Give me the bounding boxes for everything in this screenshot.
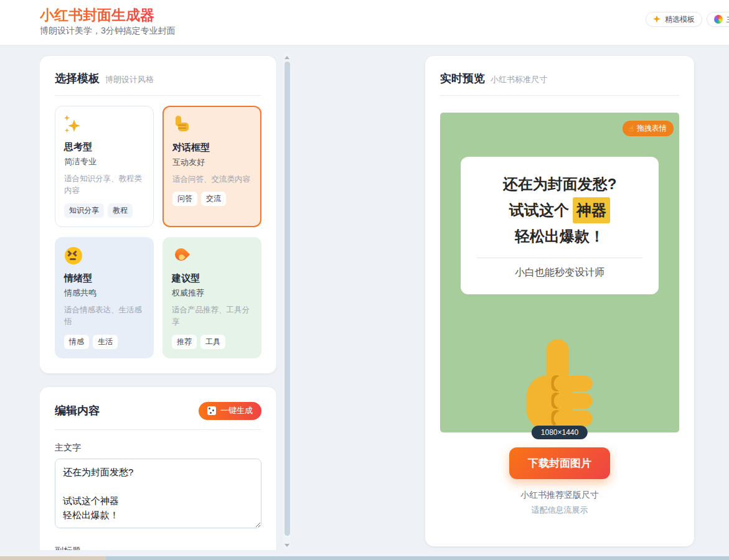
- drag-emoji-badge: ☝ 拖拽表情: [623, 121, 674, 136]
- download-cover-button[interactable]: 下载封面图片: [509, 447, 610, 479]
- template-tagline: 简洁专业: [64, 156, 144, 167]
- template-name: 情绪型: [64, 273, 144, 284]
- cover-size-badge: 1080×1440: [532, 426, 588, 439]
- one-click-generate-button[interactable]: 一键生成: [199, 402, 261, 420]
- featured-templates-label: 精选模板: [665, 14, 695, 25]
- template-name: 对话框型: [172, 142, 252, 154]
- template-name: 建议型: [172, 273, 252, 284]
- template-tag: 问答: [172, 192, 197, 206]
- template-tagline: 互动友好: [172, 157, 252, 168]
- cover-highlight-word: 神器: [573, 197, 610, 223]
- sparkles-icon: [64, 115, 83, 134]
- dice-icon: [207, 406, 216, 415]
- template-panel: 选择模板 博朗设计风格 思考型 简洁专业 适合知识分享、教程类内容 知识分享 教…: [40, 56, 276, 373]
- editor-panel-title: 编辑内容: [55, 403, 100, 418]
- scroll-down-arrow-icon[interactable]: [285, 544, 289, 547]
- main-text-label: 主文字: [55, 442, 261, 454]
- theme-badge[interactable]: 主: [707, 12, 729, 27]
- divider: [55, 95, 261, 96]
- preview-panel-title: 实时预览: [440, 71, 485, 86]
- scroll-up-arrow-icon[interactable]: [285, 56, 289, 59]
- pointing-hand-icon: ☝: [629, 125, 634, 133]
- page-subtitle: 博朗设计美学，3分钟搞定专业封面: [40, 26, 176, 37]
- featured-templates-badge[interactable]: 精选模板: [646, 12, 702, 27]
- template-tag: 情感: [64, 335, 89, 349]
- thumbs-up-icon: [172, 116, 191, 134]
- cover-line-3: 轻松出爆款！: [461, 223, 659, 250]
- template-panel-subtitle: 博朗设计风格: [105, 74, 154, 85]
- persevering-face-icon: [64, 246, 83, 265]
- divider: [55, 429, 261, 430]
- editor-panel: 编辑内容 一键生成 主文字 还在为封面发愁? 试试这个神器 轻松出爆款！ 副标题: [40, 387, 276, 551]
- divider: [440, 95, 679, 96]
- template-tagline: 情感共鸣: [64, 287, 144, 299]
- left-scroll-region: 选择模板 博朗设计风格 思考型 简洁专业 适合知识分享、教程类内容 知识分享 教…: [40, 53, 277, 550]
- template-card-suggestion[interactable]: 建议型 权威推荐 适合产品推荐、工具分享 推荐 工具: [162, 237, 261, 358]
- template-name: 思考型: [64, 141, 144, 153]
- template-grid: 思考型 简洁专业 适合知识分享、教程类内容 知识分享 教程 对话框型 互动友好 …: [55, 106, 261, 358]
- template-tag: 生活: [93, 335, 118, 349]
- template-description: 适合问答、交流类内容: [172, 174, 252, 185]
- cover-line-2: 试试这个神器: [461, 197, 659, 223]
- subtitle-label: 副标题: [55, 546, 261, 551]
- recommended-size-note: 小红书推荐竖版尺寸: [440, 490, 679, 501]
- divider: [477, 258, 642, 258]
- theme-label: 主: [727, 14, 729, 25]
- cover-text-card: 还在为封面发愁? 试试这个神器 轻松出爆款！ 小白也能秒变设计师: [461, 157, 659, 294]
- template-card-dialog-selected[interactable]: 对话框型 互动友好 适合问答、交流类内容 问答 交流: [162, 106, 261, 227]
- vertical-scrollbar[interactable]: [283, 53, 291, 550]
- palette-icon: [714, 15, 723, 24]
- template-description: 适合情感表达、生活感悟: [64, 304, 144, 329]
- generate-button-label: 一键生成: [220, 405, 253, 416]
- bottom-edge-left: [0, 556, 106, 560]
- template-tag: 教程: [108, 203, 133, 218]
- template-tag: 工具: [200, 335, 225, 349]
- thumbs-up-emoji[interactable]: [522, 339, 595, 431]
- template-description: 适合产品推荐、工具分享: [172, 304, 252, 329]
- template-panel-title: 选择模板: [55, 71, 100, 86]
- template-card-emotion[interactable]: 情绪型 情感共鸣 适合情感表达、生活感悟 情感 生活: [55, 237, 154, 358]
- cover-line-1: 还在为封面发愁?: [461, 171, 659, 197]
- template-tag: 知识分享: [64, 203, 104, 218]
- feed-display-note: 适配信息流展示: [440, 505, 679, 516]
- horizontal-scrollbar[interactable]: [106, 556, 729, 560]
- scrollbar-thumb[interactable]: [285, 62, 290, 536]
- template-card-thinking[interactable]: 思考型 简洁专业 适合知识分享、教程类内容 知识分享 教程: [55, 106, 154, 227]
- sparkles-icon: [653, 16, 661, 24]
- preview-panel-subtitle: 小红书标准尺寸: [491, 74, 547, 85]
- fire-icon: [172, 246, 190, 265]
- preview-panel: 实时预览 小红书标准尺寸 ☝ 拖拽表情 还在为封面发愁? 试试这个神器 轻松出爆…: [425, 56, 694, 546]
- cover-tagline: 小白也能秒变设计师: [461, 266, 659, 279]
- cover-line-2-text: 试试这个: [509, 202, 569, 218]
- main-text-input[interactable]: 还在为封面发愁? 试试这个神器 轻松出爆款！: [55, 459, 261, 528]
- cover-preview-canvas[interactable]: ☝ 拖拽表情 还在为封面发愁? 试试这个神器 轻松出爆款！ 小白也能秒变设计师 …: [440, 113, 679, 432]
- page-title: 小红书封面生成器: [40, 6, 154, 25]
- template-tagline: 权威推荐: [172, 287, 252, 299]
- template-description: 适合知识分享、教程类内容: [64, 173, 144, 197]
- app-header: 小红书封面生成器 博朗设计美学，3分钟搞定专业封面 精选模板 主: [0, 0, 729, 45]
- drag-badge-label: 拖拽表情: [637, 123, 667, 134]
- template-tag: 推荐: [172, 335, 197, 349]
- template-tag: 交流: [201, 192, 226, 206]
